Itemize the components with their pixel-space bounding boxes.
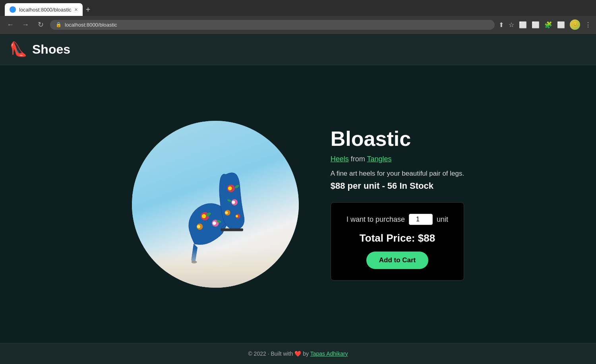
tab-favicon: 🌐 — [10, 6, 16, 13]
sidebar-icon[interactable]: ⬜ — [557, 21, 565, 29]
category-link[interactable]: Heels — [331, 155, 349, 163]
product-shelf — [132, 248, 299, 288]
url-text: localhost:8000/bloastic — [65, 22, 117, 28]
svg-point-4 — [213, 221, 216, 225]
refresh-button[interactable]: ↻ — [35, 19, 46, 30]
app-header: 👠 Shoes — [0, 34, 596, 65]
profile-avatar[interactable]: 😊 — [570, 19, 580, 30]
svg-rect-19 — [221, 228, 243, 231]
footer-by: by — [303, 350, 309, 357]
product-price-stock: $88 per unit - 56 In Stock — [331, 181, 464, 191]
svg-point-14 — [225, 211, 228, 214]
lock-icon: 🔒 — [56, 22, 62, 27]
add-to-cart-button[interactable]: Add to Cart — [366, 252, 429, 269]
main-content: Bloastic Heels from Tangles A fine art h… — [0, 65, 596, 343]
active-tab[interactable]: 🌐 localhost:8000/bloastic × — [5, 3, 83, 16]
toolbar-icons: ⬆ ☆ ⬜ ⬜ 🧩 ⬜ 😊 ⋮ — [499, 19, 591, 30]
product-details: Bloastic Heels from Tangles A fine art h… — [331, 128, 464, 281]
product-image-container — [132, 121, 299, 288]
author-link[interactable]: Tapas Adhikary — [310, 350, 348, 357]
bookmark-icon[interactable]: ☆ — [509, 21, 514, 29]
svg-point-2 — [202, 214, 206, 218]
svg-point-6 — [197, 225, 200, 228]
share-icon[interactable]: ⬆ — [499, 21, 504, 29]
tab-bar: 🌐 localhost:8000/bloastic × + — [0, 0, 596, 16]
address-bar[interactable]: 🔒 localhost:8000/bloastic — [50, 20, 495, 30]
heart-icon: ❤️ — [294, 350, 301, 357]
new-tab-button[interactable]: + — [86, 5, 91, 14]
svg-point-16 — [236, 215, 238, 217]
total-price: Total Price: $88 — [360, 232, 435, 244]
product-name: Bloastic — [331, 128, 464, 150]
product-description: A fine art heels for your beautiful pair… — [331, 170, 464, 178]
brand-link[interactable]: Tangles — [367, 155, 392, 163]
back-button[interactable]: ← — [5, 19, 16, 30]
app-footer: © 2022 · Built with ❤️ by Tapas Adhikary — [0, 343, 596, 364]
svg-point-10 — [228, 186, 232, 190]
extensions-icon[interactable]: 🧩 — [544, 21, 552, 29]
tab-title: localhost:8000/bloastic — [19, 7, 72, 13]
menu-icon[interactable]: ⋮ — [585, 21, 591, 29]
shoe-emoji-icon: 👠 — [10, 41, 27, 58]
cast-icon[interactable]: ⬜ — [519, 21, 527, 29]
purchase-label-after: unit — [437, 215, 448, 224]
svg-point-12 — [232, 201, 235, 204]
quantity-input[interactable] — [409, 214, 433, 225]
footer-copyright: © 2022 · Built with — [248, 350, 293, 357]
app-title: Shoes — [32, 42, 70, 57]
screenshot-icon[interactable]: ⬜ — [532, 21, 540, 29]
browser-toolbar: ← → ↻ 🔒 localhost:8000/bloastic ⬆ ☆ ⬜ ⬜ … — [0, 16, 596, 33]
forward-button[interactable]: → — [20, 19, 31, 30]
purchase-box: I want to purchase unit Total Price: $88… — [331, 202, 464, 281]
purchase-label-before: I want to purchase — [346, 215, 405, 224]
brand-prefix: from — [351, 155, 365, 163]
purchase-row: I want to purchase unit — [346, 214, 448, 225]
product-meta: Heels from Tangles — [331, 155, 464, 163]
product-image — [132, 121, 299, 288]
browser-chrome: 🌐 localhost:8000/bloastic × + ← → ↻ 🔒 lo… — [0, 0, 596, 34]
tab-close-button[interactable]: × — [75, 6, 78, 13]
